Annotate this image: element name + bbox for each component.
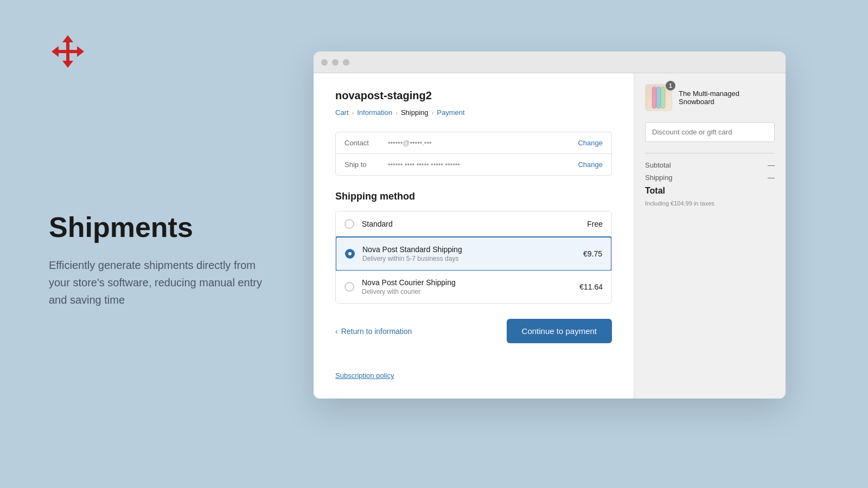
footer-actions: ‹ Return to information Continue to paym… bbox=[335, 319, 612, 343]
product-name: The Multi-managed Snowboard bbox=[679, 89, 775, 106]
info-table: Contact ••••••@•••••.••• Change Ship to … bbox=[335, 132, 612, 176]
breadcrumb-sep-3: › bbox=[432, 110, 434, 116]
shipping-info-nova-standard: Nova Post Standard Shipping Delivery wit… bbox=[362, 245, 583, 262]
shipping-option-standard[interactable]: Standard Free bbox=[336, 211, 611, 237]
chevron-left-icon: ‹ bbox=[335, 327, 338, 336]
shipto-value: •••••• •••• ••••• ••••• •••••• bbox=[388, 160, 578, 169]
shipping-section-title: Shipping method bbox=[335, 191, 612, 202]
subtotal-value: — bbox=[768, 161, 775, 169]
tax-note: Including €104.99 in taxes bbox=[645, 200, 775, 207]
shipping-info-standard: Standard bbox=[362, 220, 587, 228]
shipto-row: Ship to •••••• •••• ••••• ••••• •••••• C… bbox=[336, 154, 611, 175]
browser-dot-red bbox=[321, 59, 328, 66]
svg-rect-3 bbox=[656, 87, 661, 108]
shipping-desc-nova-courier: Delivery with courier bbox=[362, 288, 579, 296]
browser-content: novapost-staging2 Cart › Information › S… bbox=[314, 73, 786, 399]
shipping-name-nova-standard: Nova Post Standard Shipping bbox=[362, 245, 583, 254]
shipping-price-nova-standard: €9.75 bbox=[583, 249, 602, 258]
product-quantity-badge: 1 bbox=[666, 81, 675, 91]
breadcrumb-shipping[interactable]: Shipping bbox=[401, 108, 429, 117]
breadcrumb-cart[interactable]: Cart bbox=[335, 108, 349, 117]
subtotal-label: Subtotal bbox=[645, 161, 671, 169]
svg-rect-4 bbox=[661, 87, 665, 108]
contact-change-link[interactable]: Change bbox=[578, 139, 603, 147]
radio-nova-standard bbox=[345, 249, 355, 259]
hero-title: Shipments bbox=[49, 212, 304, 243]
shipping-total-row: Shipping — bbox=[645, 174, 775, 182]
total-label: Total bbox=[645, 186, 665, 196]
svg-rect-2 bbox=[652, 87, 656, 108]
browser-window: novapost-staging2 Cart › Information › S… bbox=[314, 52, 786, 399]
radio-standard bbox=[344, 219, 354, 229]
company-logo bbox=[49, 33, 87, 70]
continue-to-payment-button[interactable]: Continue to payment bbox=[507, 319, 612, 343]
shipping-total-value: — bbox=[768, 174, 775, 182]
shipping-name-standard: Standard bbox=[362, 220, 587, 228]
breadcrumb-sep-2: › bbox=[395, 110, 398, 116]
shipping-options: Standard Free Nova Post Standard Shippin… bbox=[335, 211, 612, 304]
hero-subtitle: Efficiently generate shipments directly … bbox=[49, 256, 277, 309]
left-panel: Shipments Efficiently generate shipments… bbox=[0, 0, 304, 488]
shipping-desc-nova-standard: Delivery within 5-7 business days bbox=[362, 255, 583, 262]
breadcrumb-payment[interactable]: Payment bbox=[437, 108, 464, 117]
browser-dot-green bbox=[343, 59, 349, 66]
order-sidebar: 1 The Multi-managed Snowboard Subtotal —… bbox=[634, 73, 786, 399]
contact-label: Contact bbox=[344, 139, 388, 147]
subtotal-row: Subtotal — bbox=[645, 161, 775, 169]
grand-total-row: Total bbox=[645, 186, 775, 196]
shipto-label: Ship to bbox=[344, 160, 388, 169]
breadcrumb-sep-1: › bbox=[352, 110, 354, 116]
shipping-price-standard: Free bbox=[587, 220, 603, 228]
contact-value: ••••••@•••••.••• bbox=[388, 139, 578, 147]
shipping-option-nova-courier[interactable]: Nova Post Courier Shipping Delivery with… bbox=[336, 271, 611, 303]
contact-row: Contact ••••••@•••••.••• Change bbox=[336, 132, 611, 154]
discount-code-input[interactable] bbox=[645, 122, 775, 142]
breadcrumb-information[interactable]: Information bbox=[357, 108, 392, 117]
shipping-total-label: Shipping bbox=[645, 174, 673, 182]
discount-input-wrap bbox=[645, 122, 775, 142]
order-totals: Subtotal — Shipping — Total Including €1… bbox=[645, 153, 775, 207]
back-to-information-link[interactable]: ‹ Return to information bbox=[335, 327, 412, 336]
checkout-main: novapost-staging2 Cart › Information › S… bbox=[314, 73, 634, 399]
shipto-change-link[interactable]: Change bbox=[578, 160, 603, 169]
shipping-info-nova-courier: Nova Post Courier Shipping Delivery with… bbox=[362, 278, 579, 296]
product-image-wrap: 1 bbox=[645, 84, 672, 111]
shipping-option-nova-standard[interactable]: Nova Post Standard Shipping Delivery wit… bbox=[335, 236, 612, 271]
subscription-policy-link[interactable]: Subscription policy bbox=[335, 371, 394, 380]
shipping-price-nova-courier: €11.64 bbox=[579, 282, 603, 291]
browser-dot-yellow bbox=[332, 59, 339, 66]
shipping-name-nova-courier: Nova Post Courier Shipping bbox=[362, 278, 579, 287]
product-row: 1 The Multi-managed Snowboard bbox=[645, 84, 775, 111]
browser-titlebar bbox=[314, 52, 786, 73]
radio-nova-courier bbox=[344, 282, 354, 292]
store-name: novapost-staging2 bbox=[335, 89, 612, 102]
back-link-text: Return to information bbox=[341, 327, 412, 336]
breadcrumb: Cart › Information › Shipping › Payment bbox=[335, 108, 612, 117]
